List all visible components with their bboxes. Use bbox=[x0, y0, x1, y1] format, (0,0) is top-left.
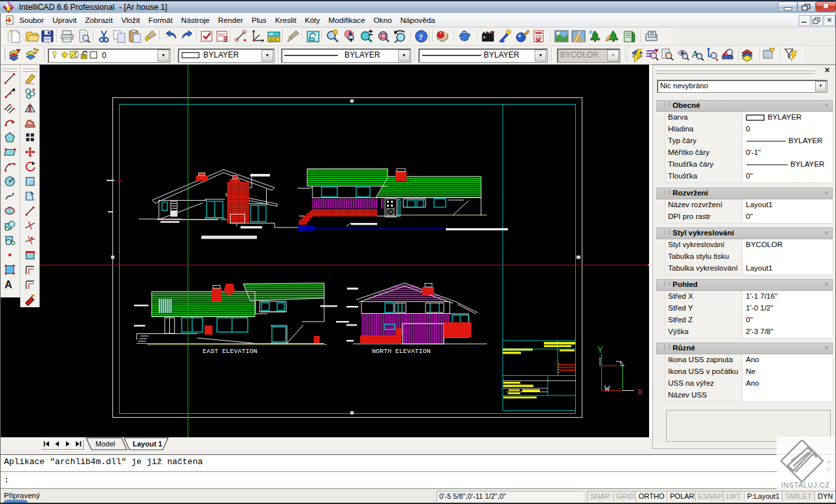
svg-text:Layout 1: Layout 1 bbox=[133, 440, 162, 448]
svg-text:A: A bbox=[5, 279, 12, 290]
svg-text:W: W bbox=[605, 384, 610, 394]
svg-text:ZUS: ZUS bbox=[269, 38, 277, 42]
svg-text:?: ? bbox=[419, 32, 424, 42]
svg-text:Y: Y bbox=[597, 345, 603, 356]
svg-text:X: X bbox=[637, 388, 643, 397]
svg-text:0: 0 bbox=[102, 51, 107, 60]
svg-text:EAST ELEVATION: EAST ELEVATION bbox=[203, 348, 258, 355]
svg-text:Model: Model bbox=[95, 440, 115, 448]
svg-text:NORTH ELEVATION: NORTH ELEVATION bbox=[372, 348, 431, 355]
